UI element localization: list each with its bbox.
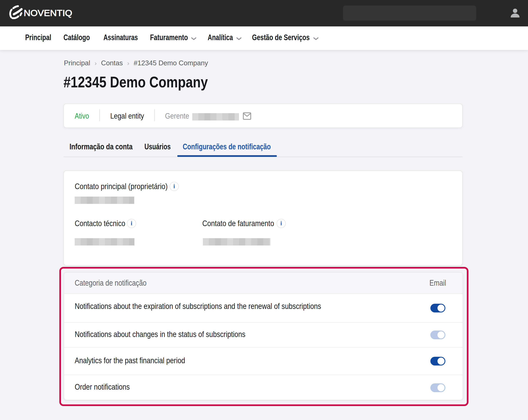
svg-text:NOVENTIQ: NOVENTIQ [24,8,72,18]
